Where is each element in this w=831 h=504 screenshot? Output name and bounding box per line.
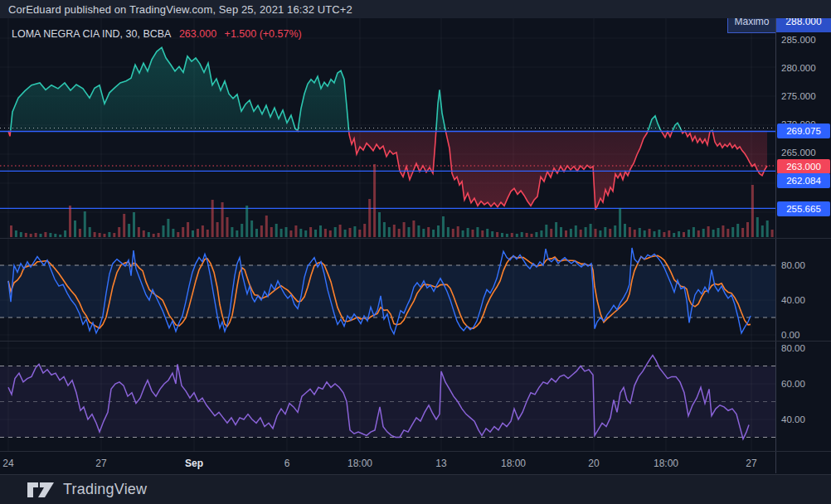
- maximo-tooltip-label: Máximo: [727, 18, 776, 33]
- time-label-27: 27: [95, 458, 106, 469]
- price-tick: 285.000: [781, 35, 816, 45]
- published-text: CorEduard published on TradingView.com, …: [8, 3, 352, 16]
- price-tag-263.000: 263.000: [777, 159, 830, 174]
- indicator-tick: 80.00: [781, 343, 805, 353]
- price-tag-262.084: 262.084: [777, 173, 830, 188]
- published-header: CorEduard published on TradingView.com, …: [0, 0, 831, 18]
- price-tick: 280.000: [781, 63, 816, 73]
- time-label-Sep: Sep: [185, 458, 203, 469]
- symbol-legend[interactable]: LOMA NEGRA CIA IND, 30, BCBA 263.000 +1.…: [12, 28, 307, 40]
- indicator-tick: 0.00: [781, 330, 799, 340]
- price-change: +1.500 (+0.57%): [225, 28, 302, 40]
- symbol-title: LOMA NEGRA CIA IND, 30, BCBA: [12, 28, 171, 40]
- price-tick: 275.000: [781, 91, 816, 101]
- indicator-tick: 40.00: [781, 295, 805, 305]
- tradingview-brand-text: TradingView: [63, 481, 147, 498]
- pane-separator-2: [0, 341, 831, 342]
- price-tag-255.665: 255.665: [777, 201, 830, 216]
- price-tag-269.075: 269.075: [777, 124, 830, 138]
- time-label-18:00: 18:00: [347, 458, 372, 469]
- time-label-24: 24: [2, 458, 13, 469]
- time-axis[interactable]: 2427Sep618:001318:002018:0027: [0, 452, 776, 474]
- indicator-tick: 40.00: [781, 414, 805, 424]
- time-label-18:00: 18:00: [501, 458, 526, 469]
- time-label-6: 6: [284, 458, 290, 469]
- time-label-13: 13: [435, 458, 446, 469]
- price-tick: 265.000: [781, 148, 816, 158]
- time-label-18:00: 18:00: [654, 458, 678, 469]
- last-price: 263.000: [179, 28, 216, 40]
- pane-separator-1: [0, 238, 831, 239]
- price-scale-separator: [775, 18, 776, 473]
- chart-area[interactable]: LOMA NEGRA CIA IND, 30, BCBA 263.000 +1.…: [0, 18, 831, 475]
- indicator-tick: 60.00: [781, 379, 805, 389]
- indicator-tick: 80.00: [781, 260, 805, 270]
- maximo-tooltip-value: 288.000: [776, 18, 831, 32]
- time-label-20: 20: [588, 458, 599, 469]
- chart-canvas: [0, 18, 831, 474]
- tradingview-logo-icon: [27, 480, 55, 500]
- footer: TradingView: [0, 475, 831, 504]
- time-label-27: 27: [746, 458, 756, 469]
